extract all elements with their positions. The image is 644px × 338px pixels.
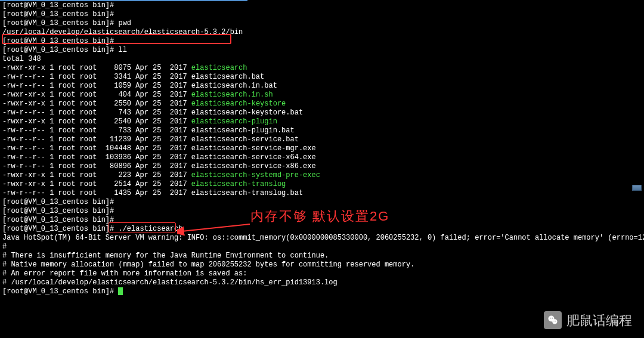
watermark: 肥鼠话编程 (544, 311, 632, 329)
scrollbar-indicator[interactable] (632, 185, 642, 191)
svg-point-5 (552, 318, 553, 319)
window-top-accent (0, 0, 247, 1)
wechat-icon (544, 311, 562, 329)
svg-point-3 (552, 319, 557, 324)
terminal-output[interactable]: [root@VM_0_13_centos bin]# [root@VM_0_13… (0, 0, 644, 297)
watermark-text: 肥鼠话编程 (566, 316, 632, 325)
svg-point-7 (555, 321, 556, 321)
annotation-text: 内存不够 默认设置2G (250, 212, 389, 221)
svg-point-4 (550, 318, 551, 319)
svg-point-6 (553, 321, 554, 321)
